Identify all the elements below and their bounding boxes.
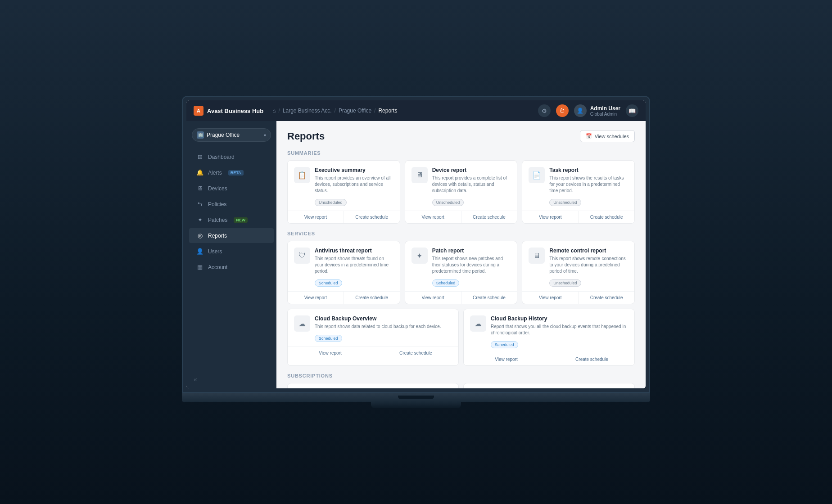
- org-name: Prague Office: [207, 132, 261, 138]
- sidebar-item-alerts[interactable]: 🔔 Alerts BETA: [189, 165, 274, 180]
- policies-icon: ⇆: [196, 201, 203, 207]
- breadcrumb-sep3: /: [374, 108, 375, 114]
- reports-icon: ◎: [196, 232, 203, 239]
- brand: A Avast Business Hub: [194, 106, 263, 116]
- sidebar-label-devices: Devices: [208, 185, 227, 192]
- settings-button[interactable]: ⚙: [538, 104, 551, 117]
- billing-report-card: 🏛 Billing report This report gives you d…: [287, 383, 459, 388]
- cloud-history-schedule-button[interactable]: Create schedule: [549, 353, 634, 365]
- dashboard-icon: ⊞: [196, 153, 203, 160]
- help-button[interactable]: 📖: [626, 104, 638, 117]
- new-badge: NEW: [234, 217, 248, 223]
- cloud-history-actions: View report Create schedule: [464, 353, 634, 365]
- user-text: Admin User Global Admin: [590, 105, 620, 117]
- patch-schedule-button[interactable]: Create schedule: [461, 292, 517, 304]
- executive-summary-title: Executive summary: [315, 167, 393, 173]
- task-report-icon: 📄: [529, 167, 545, 183]
- task-report-title: Task report: [549, 167, 628, 173]
- sidebar-item-account[interactable]: ▦ Account: [189, 260, 274, 274]
- remote-status: Unscheduled: [549, 279, 581, 287]
- sidebar-label-policies: Policies: [208, 201, 226, 207]
- device-report-view-button[interactable]: View report: [405, 211, 461, 223]
- page-header: Reports 📅 View schedules: [287, 130, 635, 142]
- account-icon: ▦: [196, 264, 203, 270]
- sidebar-label-patches: Patches: [208, 217, 227, 223]
- breadcrumb-sep2: /: [335, 108, 336, 114]
- sidebar-collapse-button[interactable]: «: [186, 370, 276, 388]
- breadcrumb-current: Reports: [378, 108, 397, 114]
- task-report-view-button[interactable]: View report: [522, 211, 579, 223]
- sidebar-item-users[interactable]: 👤 Users: [189, 244, 274, 259]
- task-report-desc: This report shows the results of tasks f…: [549, 175, 628, 194]
- executive-summary-desc: This report provides an overview of all …: [315, 175, 393, 194]
- org-selector[interactable]: 🏢 Prague Office ▾: [192, 128, 271, 142]
- cloud-overview-schedule-button[interactable]: Create schedule: [373, 347, 458, 359]
- patches-icon: ✦: [196, 216, 203, 223]
- subscriptions-grid: 🏛 Billing report This report gives you d…: [287, 383, 635, 388]
- org-icon: 🏢: [197, 131, 204, 139]
- top-bar: A Avast Business Hub ⌂ / Large Business …: [186, 100, 646, 121]
- remote-control-card: 🖥 Remote control report This report show…: [522, 241, 635, 304]
- remote-view-button[interactable]: View report: [522, 292, 579, 304]
- user-info: 👤 Admin User Global Admin: [574, 104, 620, 117]
- page-title: Reports: [287, 130, 325, 142]
- patch-actions: View report Create schedule: [405, 291, 517, 304]
- view-schedules-label: View schedules: [595, 134, 629, 139]
- executive-summary-schedule-button[interactable]: Create schedule: [344, 211, 400, 223]
- remote-actions: View report Create schedule: [522, 291, 634, 304]
- sidebar-item-dashboard[interactable]: ⊞ Dashboard: [189, 149, 274, 164]
- sidebar-item-policies[interactable]: ⇆ Policies: [189, 197, 274, 212]
- remote-desc: This report shows remote-connections to …: [549, 256, 628, 274]
- beta-badge: BETA: [228, 170, 244, 176]
- chevron-down-icon: ▾: [264, 133, 266, 138]
- antivirus-view-button[interactable]: View report: [288, 292, 344, 304]
- cloud-overview-icon: ☁: [294, 315, 310, 332]
- device-report-title: Device report: [432, 167, 511, 173]
- main-content: Reports 📅 View schedules SUMMARIES 📋: [276, 121, 646, 388]
- breadcrumb-office[interactable]: Prague Office: [339, 108, 371, 114]
- calendar-icon: 📅: [586, 133, 592, 139]
- sidebar-item-devices[interactable]: 🖥 Devices: [189, 181, 274, 196]
- patch-title: Patch report: [432, 248, 511, 254]
- breadcrumb-org[interactable]: Large Business Acc.: [283, 108, 332, 114]
- executive-summary-icon: 📋: [294, 167, 310, 183]
- sidebar-item-reports[interactable]: ◎ Reports: [189, 228, 274, 243]
- sidebar-label-account: Account: [208, 264, 227, 270]
- home-icon: ⌂: [272, 108, 276, 114]
- cloud-overview-view-button[interactable]: View report: [288, 347, 373, 359]
- services-section-label: SERVICES: [287, 231, 635, 236]
- antivirus-status: Scheduled: [315, 279, 342, 287]
- brand-icon: A: [194, 106, 203, 116]
- remote-schedule-button[interactable]: Create schedule: [579, 292, 634, 304]
- patch-report-card: ✦ Patch report This report shows new pat…: [405, 241, 518, 304]
- notifications-button[interactable]: ⏱: [556, 104, 569, 117]
- summaries-grid: 📋 Executive summary This report provides…: [287, 160, 635, 224]
- patch-view-button[interactable]: View report: [405, 292, 461, 304]
- task-report-status: Unscheduled: [549, 199, 581, 206]
- subscriptions-section-label: SUBSCRIPTIONS: [287, 373, 635, 378]
- cloud-overview-actions: View report Create schedule: [288, 346, 458, 359]
- antivirus-schedule-button[interactable]: Create schedule: [344, 292, 400, 304]
- antivirus-desc: This report shows threats found on your …: [315, 256, 393, 274]
- patch-desc: This report shows new patches and their …: [432, 256, 511, 274]
- antivirus-actions: View report Create schedule: [288, 291, 400, 304]
- subscriptions-report-card: 🎁 Subscriptions report This report shows…: [463, 383, 635, 388]
- device-report-actions: View report Create schedule: [405, 211, 517, 223]
- task-report-actions: View report Create schedule: [522, 211, 634, 223]
- executive-summary-status: Unscheduled: [315, 199, 347, 206]
- devices-icon: 🖥: [196, 185, 203, 192]
- device-report-schedule-button[interactable]: Create schedule: [461, 211, 517, 223]
- view-schedules-button[interactable]: 📅 View schedules: [580, 130, 635, 142]
- user-name: Admin User: [590, 105, 620, 112]
- sidebar-item-patches[interactable]: ✦ Patches NEW: [189, 212, 274, 227]
- executive-summary-card: 📋 Executive summary This report provides…: [287, 160, 400, 224]
- antivirus-threat-card: 🛡 Antivirus threat report This report sh…: [287, 241, 400, 304]
- cloud-history-desc: Report that shows you all the cloud back…: [491, 324, 628, 336]
- task-report-schedule-button[interactable]: Create schedule: [579, 211, 634, 223]
- executive-summary-view-button[interactable]: View report: [288, 211, 344, 223]
- sidebar-label-dashboard: Dashboard: [208, 154, 235, 160]
- cloud-history-view-button[interactable]: View report: [464, 353, 549, 365]
- services-grid-top: 🛡 Antivirus threat report This report sh…: [287, 241, 635, 304]
- cloud-overview-title: Cloud Backup Overview: [315, 315, 452, 322]
- breadcrumb-sep1: /: [278, 108, 280, 114]
